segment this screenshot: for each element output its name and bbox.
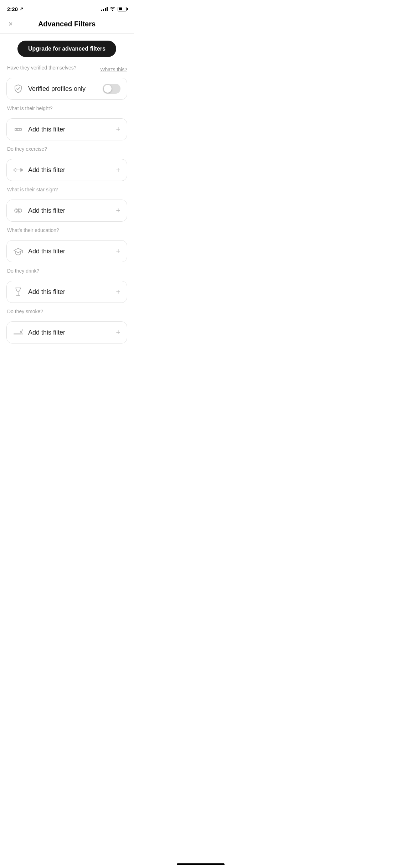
svg-rect-8 — [21, 169, 22, 171]
signal-icon — [101, 7, 108, 11]
svg-marker-14 — [14, 248, 22, 253]
filter-section-smoke: Do they smoke? Add this filter + — [6, 309, 127, 343]
education-label: Add this filter — [28, 248, 65, 255]
graduation-icon — [13, 246, 23, 256]
status-time: 2:20 ↗ — [7, 6, 23, 12]
filter-row-smoke[interactable]: Add this filter + — [6, 321, 127, 343]
question-row-verified: Have they verified themselves? What's th… — [6, 65, 127, 74]
svg-rect-6 — [14, 169, 15, 171]
filter-question-height: What is their height? — [6, 105, 53, 111]
battery-icon — [118, 7, 127, 11]
filter-section-exercise: Do they exercise? Add this filter + — [6, 146, 127, 181]
navigation-header: × Advanced Filters — [0, 16, 134, 33]
close-icon: × — [9, 20, 13, 28]
drink-label: Add this filter — [28, 288, 65, 296]
upgrade-button[interactable]: Upgrade for advanced filters — [17, 41, 116, 57]
smoking-icon — [13, 327, 23, 337]
height-label: Add this filter — [28, 126, 65, 133]
starsign-label: Add this filter — [28, 207, 65, 215]
smoke-plus-icon: + — [116, 328, 120, 337]
filter-section-drink: Do they drink? Add this filter + — [6, 268, 127, 303]
whats-this-link[interactable]: What's this? — [100, 67, 127, 72]
filter-question-starsign: What is their star sign? — [6, 187, 58, 192]
filter-question-verified: Have they verified themselves? — [6, 65, 77, 71]
status-bar: 2:20 ↗ — [0, 0, 134, 16]
starsign-icon — [13, 206, 23, 216]
smoke-label: Add this filter — [28, 329, 65, 336]
dumbbell-icon — [13, 165, 23, 175]
location-icon: ↗ — [20, 6, 23, 11]
filter-section-education: What's their education? Add this filter … — [6, 227, 127, 262]
starsign-plus-icon: + — [116, 206, 120, 215]
page-title: Advanced Filters — [38, 20, 96, 28]
exercise-plus-icon: + — [116, 165, 120, 175]
upgrade-section: Upgrade for advanced filters — [6, 41, 127, 57]
svg-rect-0 — [15, 128, 21, 131]
filter-row-exercise[interactable]: Add this filter + — [6, 159, 127, 181]
filter-section-verified: Have they verified themselves? What's th… — [6, 65, 127, 100]
filter-row-verified[interactable]: Verified profiles only — [6, 78, 127, 100]
verified-toggle[interactable] — [103, 84, 120, 94]
verified-label: Verified profiles only — [28, 85, 86, 93]
filter-section-height: What is their height? Add this filter + — [6, 105, 127, 140]
drink-plus-icon: + — [116, 287, 120, 296]
time-display: 2:20 — [7, 6, 18, 12]
height-plus-icon: + — [116, 125, 120, 134]
filter-row-education[interactable]: Add this filter + — [6, 240, 127, 262]
filter-question-exercise: Do they exercise? — [6, 146, 47, 152]
filter-question-smoke: Do they smoke? — [6, 309, 43, 314]
content-area: Upgrade for advanced filters Have they v… — [0, 33, 134, 363]
filter-row-drink[interactable]: Add this filter + — [6, 281, 127, 303]
wine-icon — [13, 287, 23, 297]
filter-question-education: What's their education? — [6, 227, 59, 233]
filter-row-starsign[interactable]: Add this filter + — [6, 200, 127, 222]
filter-question-drink: Do they drink? — [6, 268, 39, 274]
filter-section-starsign: What is their star sign? Add this filter… — [6, 187, 127, 222]
filter-row-height[interactable]: Add this filter + — [6, 118, 127, 140]
wifi-icon — [110, 6, 115, 12]
close-button[interactable]: × — [7, 19, 14, 30]
education-plus-icon: + — [116, 247, 120, 256]
status-icons — [101, 6, 127, 12]
shield-icon — [13, 84, 23, 94]
ruler-icon — [13, 124, 23, 134]
exercise-label: Add this filter — [28, 166, 65, 174]
